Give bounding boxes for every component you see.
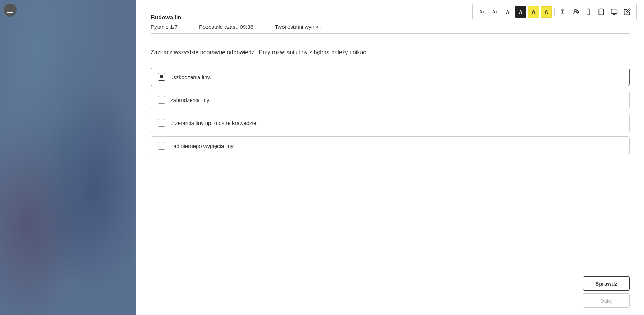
font-black-button[interactable]: A	[515, 6, 526, 18]
font-yellow-button[interactable]: A	[528, 6, 539, 18]
svg-point-6	[577, 11, 578, 13]
question-text: Zaznacz wszystkie poprawne odpowiedzi. P…	[151, 48, 630, 57]
svg-rect-10	[599, 9, 603, 15]
quiz-area: Budowa lin Pytanie 1/7 Pozostało czasu 0…	[136, 7, 644, 273]
menu-button[interactable]	[4, 4, 17, 17]
font-normal-button[interactable]: A	[502, 6, 513, 18]
svg-line-4	[563, 13, 564, 14]
last-score: Twój ostatni wynik -	[275, 24, 321, 30]
svg-line-7	[578, 12, 579, 13]
bottom-buttons: Sprawdź Dalej	[136, 273, 644, 315]
answer-option-3[interactable]: przetarcia liny np. o ostre krawędzie.	[151, 114, 630, 132]
divider	[151, 33, 630, 34]
desktop-view-button[interactable]	[608, 6, 620, 18]
checkbox-3	[158, 119, 165, 127]
background-texture	[0, 0, 136, 315]
checkbox-1	[158, 73, 165, 81]
check-button[interactable]: Sprawdź	[583, 276, 630, 291]
font-increase-button[interactable]: A↑	[489, 6, 500, 18]
answer-text-3: przetarcia liny np. o ostre krawędzie.	[170, 120, 258, 126]
hamburger-icon	[7, 7, 13, 13]
answer-option-1[interactable]: uszkodzenia liny.	[151, 68, 630, 86]
checkbox-2	[158, 96, 165, 104]
edit-button[interactable]	[621, 6, 633, 18]
answer-option-4[interactable]: nadmiernego wygięcia liny.	[151, 136, 630, 155]
main-content: A↓ A↑ A A A A	[136, 0, 644, 315]
answer-text-1: uszkodzenia liny.	[170, 74, 211, 80]
toolbar-divider-1	[554, 8, 555, 16]
answer-text-4: nadmiernego wygięcia liny.	[170, 143, 235, 149]
quiz-meta: Pytanie 1/7 Pozostało czasu 09:38 Twój o…	[151, 24, 630, 30]
screen-reader-button[interactable]	[570, 6, 581, 18]
font-decrease-button[interactable]: A↓	[476, 6, 488, 18]
mobile-view-button[interactable]	[583, 6, 594, 18]
next-button[interactable]: Dalej	[583, 293, 630, 308]
question-number: Pytanie 1/7	[151, 24, 178, 30]
svg-point-0	[562, 9, 563, 10]
left-image-panel	[0, 0, 136, 315]
accessibility-button[interactable]	[557, 6, 568, 18]
font-yellow-outline-button[interactable]: A	[541, 6, 552, 18]
answer-option-2[interactable]: zabrudzenia liny.	[151, 91, 630, 109]
tablet-view-button[interactable]	[596, 6, 607, 18]
time-remaining: Pozostało czasu 09:38	[199, 24, 253, 30]
answer-text-2: zabrudzenia liny.	[170, 97, 210, 103]
svg-point-5	[574, 9, 577, 12]
svg-rect-8	[587, 9, 590, 15]
svg-rect-12	[611, 9, 617, 14]
toolbar: A↓ A↑ A A A A	[472, 4, 637, 20]
checkbox-dot-1	[160, 75, 163, 78]
checkbox-4	[158, 142, 165, 150]
